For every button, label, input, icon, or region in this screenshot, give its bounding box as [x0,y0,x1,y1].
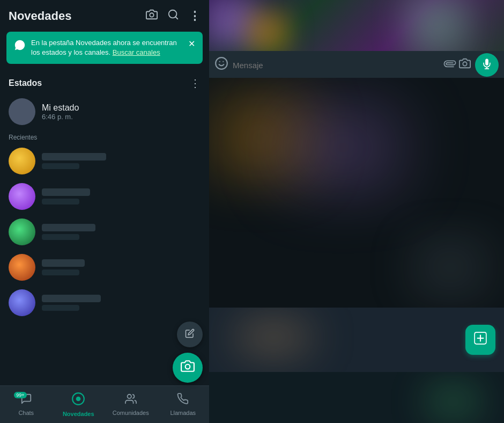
status-time-blur [42,234,79,240]
comunidades-nav-icon [125,393,137,408]
status-text-block [42,259,201,275]
chat-bottom-area [209,308,504,372]
status-name-blur [42,153,106,161]
nav-item-llamadas[interactable]: Llamadas [157,390,210,419]
mi-estado-time: 6:46 p. m. [42,113,79,121]
chat-blur-purple [263,94,424,201]
chats-badge: 99+ [14,392,26,398]
list-item[interactable] [0,143,209,179]
status-text-block [42,295,201,311]
message-input-bar [209,51,504,79]
svg-point-10 [463,62,466,65]
attach-icon[interactable] [439,55,458,74]
status-text-block [42,188,201,205]
status-time-blur [42,269,79,275]
svg-line-2 [175,17,177,19]
estados-title: Estados [9,78,42,88]
header-icons: ⋮ [146,9,201,23]
recientes-label: Recientes [0,129,209,143]
status-name-blur [42,188,90,196]
message-input[interactable] [233,61,439,70]
status-time-blur [42,163,79,169]
chat-very-bottom-area [209,372,504,423]
camera-icon[interactable] [146,9,158,23]
novedades-nav-label: Novedades [63,411,94,417]
mi-estado-item[interactable]: Mi estado 6:46 p. m. [0,94,209,129]
estados-header: Estados ⋮ [0,68,209,94]
notification-close-icon[interactable]: ✕ [188,39,195,49]
status-text-block [42,153,201,169]
svg-point-0 [150,13,153,17]
fab-container [173,322,203,383]
status-avatar [9,183,35,210]
notification-banner: En la pestaña Novedades ahora se encuent… [6,32,203,64]
app-header: Novedades ⋮ [0,0,209,27]
status-avatar [9,218,35,245]
mi-estado-name: Mi estado [42,103,79,113]
list-item[interactable] [0,179,209,214]
notification-text: En la pestaña Novedades ahora se encuent… [31,38,183,57]
app-title: Novedades [9,9,71,23]
bottom-nav: 99+ Chats Novedades [0,385,209,423]
comunidades-nav-label: Comunidades [113,410,149,416]
mic-icon [481,59,492,72]
svg-point-7 [216,57,227,69]
status-avatar [9,254,35,281]
nav-item-novedades[interactable]: Novedades [53,389,105,420]
llamadas-nav-label: Llamadas [170,410,196,416]
pencil-icon [185,329,195,341]
list-item[interactable] [0,250,209,285]
chat-bottom-blur [220,310,327,364]
list-item[interactable] [0,214,209,250]
mi-estado-info: Mi estado 6:46 p. m. [42,103,79,121]
novedades-nav-icon [71,392,85,409]
llamadas-nav-icon [177,393,189,408]
chats-nav-label: Chats [18,410,34,416]
buscar-canales-link[interactable]: Buscar canales [113,48,160,56]
svg-point-3 [186,364,190,369]
status-name-blur [42,224,95,231]
camera-fab-button[interactable] [173,353,203,383]
status-avatar [9,289,35,316]
mic-button[interactable] [475,53,499,77]
svg-point-5 [77,397,80,401]
status-time-blur [42,305,79,311]
mi-estado-avatar-wrapper [9,98,35,125]
status-time-blur [42,199,79,205]
new-chat-fab-button[interactable] [465,325,495,355]
emoji-picker-icon[interactable] [214,56,228,74]
mi-estado-avatar [9,98,35,125]
status-text-block [42,224,201,240]
status-avatar [9,148,35,174]
pencil-fab-button[interactable] [177,322,203,347]
search-icon[interactable] [167,9,179,23]
nav-item-chats[interactable]: 99+ Chats [0,390,53,419]
camera-bar-icon[interactable] [459,57,471,72]
chat-vb-blur [413,375,493,423]
chat-blur-dark [397,227,504,308]
new-chat-icon [473,331,487,348]
camera-fab-icon [181,359,195,376]
more-options-icon[interactable]: ⋮ [189,9,201,23]
right-panel [209,0,504,423]
status-name-blur [42,259,85,267]
left-panel: Novedades ⋮ E [0,0,209,423]
chat-middle-area [209,78,504,308]
svg-point-6 [127,395,131,398]
nav-item-comunidades[interactable]: Comunidades [105,390,157,419]
estados-menu-icon[interactable]: ⋮ [190,77,201,90]
list-item[interactable] [0,285,209,320]
notification-whatsapp-icon [14,39,26,54]
status-name-blur [42,295,101,302]
